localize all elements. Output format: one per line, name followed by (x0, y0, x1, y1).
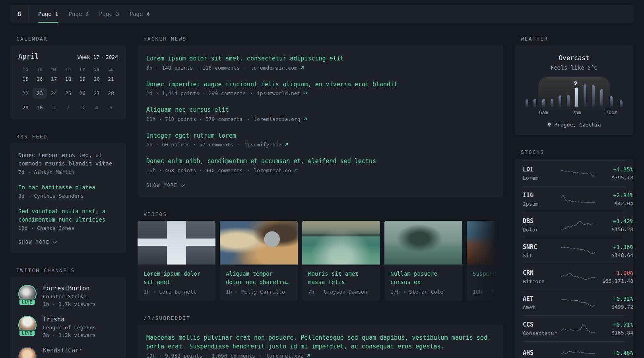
dot-separator: · (259, 353, 262, 358)
channel-game: Counter-Strike (43, 294, 96, 300)
rss-item-title[interactable]: In hac habitasse platea (18, 183, 118, 192)
story-domain-link[interactable]: loremlandia.org (254, 116, 307, 122)
twitch-channel-row[interactable]: LIVE ForrestBurton Counter-Strike 1h · 1… (18, 285, 118, 307)
twitch-widget: TWITCH CHANNELS LIVE ForrestBurton Count… (10, 267, 126, 358)
video-card[interactable]: Nullam posuere cursus ex 17h · Stefan Co… (384, 221, 462, 301)
stock-row[interactable]: AHS +0.46% (523, 341, 625, 358)
stock-sparkline (561, 322, 595, 335)
weather-bars: 6am (523, 76, 625, 116)
post-title[interactable]: Maecenas mollis pulvinar erat non posuer… (146, 333, 495, 351)
calendar-day: 18 (61, 74, 76, 84)
rss-item-meta: 7d · Ashlyn Martin (18, 169, 118, 175)
weather-hour-column (548, 76, 556, 116)
channel-viewers: 1h · 1.7k viewers (43, 301, 96, 307)
story-title[interactable]: Donec enim nibh, condimentum et accumsan… (146, 157, 495, 166)
dot-separator: · (246, 116, 250, 122)
stock-price: $156.28 (595, 226, 633, 232)
calendar-month: April (18, 53, 39, 60)
post-domain-link[interactable]: loremnet.xyz (266, 353, 310, 358)
page-tab[interactable]: Page 1 (38, 5, 58, 23)
stock-change: +1.42% (595, 218, 633, 224)
weather-header: WEATHER (521, 36, 633, 42)
stock-row[interactable]: IIG Ipsum +2.84% $42.04 (523, 186, 625, 212)
temperature-bar (551, 99, 553, 107)
story-domain-link[interactable]: loremdomain.com (250, 65, 304, 71)
video-card[interactable]: Suspendisse diam 18h · Tara (467, 221, 503, 301)
story-title[interactable]: Aliquam nec cursus elit (146, 105, 495, 115)
video-title: Lorem ipsum dolor sit amet consectetu… (144, 270, 209, 286)
calendar-day: 25 (61, 88, 76, 99)
story-domain-link[interactable]: loremtech.co (254, 167, 298, 173)
story-meta: 21h · 710 points · 579 comments · loreml… (146, 116, 495, 122)
day-header: Th (61, 67, 76, 74)
stock-sparkline (561, 347, 595, 358)
video-card[interactable]: Aliquam tempor dolor nec pharetra… 1h · … (220, 221, 298, 301)
twitch-list: LIVE ForrestBurton Counter-Strike 1h · 1… (18, 285, 118, 358)
story-domain-link[interactable]: ipsumify.biz (244, 142, 289, 148)
calendar-day: 29 (18, 102, 33, 113)
stock-name: Lorem (523, 175, 561, 181)
stock-name: Consectetur (523, 330, 561, 336)
stock-price: $148.64 (595, 252, 633, 258)
hackernews-widget: HACKER NEWS Lorem ipsum dolor sit amet, … (138, 36, 503, 197)
channel-name: KendallCarr (43, 347, 82, 354)
video-card[interactable]: Mauris sit amet massa felis 7h · Grayson… (302, 221, 380, 301)
year-label: 2024 (106, 54, 118, 60)
stock-sparkline (561, 296, 595, 309)
stock-row[interactable]: CRN Bitcorn -1.00% $66,171.48 (523, 264, 625, 290)
stock-name: Sit (523, 253, 561, 259)
story-domain-link[interactable]: ipsumworld.net (257, 90, 307, 96)
stock-sparkline (561, 193, 595, 206)
hackernews-show-more-button[interactable]: SHOW MORE (146, 183, 495, 188)
stock-change: +4.35% (595, 166, 633, 173)
temperature-bar (592, 85, 595, 107)
stock-row[interactable]: CCS Consectetur +0.51% $165.84 (523, 315, 625, 341)
dot-separator: · (244, 65, 247, 71)
channel-name: Trisha (43, 316, 96, 323)
stock-price: $499.72 (595, 304, 633, 310)
live-badge: LIVE (19, 330, 35, 337)
video-meta: 1h · Lori Barnett (144, 289, 209, 295)
temperature-bar (559, 95, 561, 107)
stock-name: Ipsum (523, 201, 561, 207)
page-tab[interactable]: Page 3 (99, 5, 119, 23)
hour-label: 6am (539, 110, 548, 116)
video-card[interactable]: Lorem ipsum dolor sit amet consectetu… 1… (138, 221, 215, 301)
stock-row[interactable]: DBS Dolor +1.42% $156.28 (523, 212, 625, 238)
calendar-days: 1516171819202122232425262728293012345 (18, 74, 118, 113)
story-title[interactable]: Integer eget rutrum lorem (146, 131, 495, 140)
rss-item-title[interactable]: Sed volutpat nulla nisl, a condimentum n… (18, 207, 118, 224)
stock-row[interactable]: LDI Lorem +4.35% $795.18 (523, 160, 625, 186)
day-header: Sa (89, 67, 104, 74)
rss-item-title[interactable]: Donec tempor eros leo, ut commodo mauris… (18, 151, 118, 168)
rss-show-more-button[interactable]: SHOW MORE (18, 239, 118, 245)
story-title[interactable]: Donec imperdiet augue tincidunt felis al… (146, 80, 495, 89)
calendar-day: 19 (75, 74, 89, 84)
temperature-bar (575, 88, 578, 107)
stock-name: Dolor (523, 227, 561, 233)
rss-item-meta: 12d · Chance Jones (18, 225, 118, 231)
weather-hour-column: 9° 2pm (572, 76, 581, 116)
rss-widget: RSS FEED Donec tempor eros leo, ut commo… (10, 134, 126, 253)
calendar-header: CALENDAR (16, 36, 126, 42)
twitch-channel-row[interactable]: KendallCarr (18, 347, 118, 358)
video-meta: 17h · Stefan Cole (390, 289, 456, 295)
subreddit-widget: /R/SUBREDDIT Maecenas mollis pulvinar er… (138, 315, 503, 358)
stock-symbol: CCS (523, 321, 561, 328)
hackernews-item: Aliquam nec cursus elit 21h · 710 points… (146, 105, 495, 122)
story-title[interactable]: Lorem ipsum dolor sit amet, consectetur … (146, 54, 495, 63)
calendar-day: 20 (89, 74, 104, 84)
dot-separator: · (250, 90, 253, 96)
left-column: CALENDAR April Week 17·2024 MoTuWeThFrSa… (10, 36, 126, 358)
stock-change: +0.51% (595, 321, 633, 328)
stock-sparkline (561, 218, 595, 232)
stock-row[interactable]: AET Amet +0.92% $499.72 (523, 290, 625, 315)
stock-change: -1.00% (595, 270, 633, 276)
page-tab[interactable]: Page 2 (69, 5, 89, 23)
day-header: Tu (33, 67, 47, 74)
channel-avatar (18, 347, 37, 358)
stock-row[interactable]: SNRC Sit +1.36% $148.64 (523, 238, 625, 264)
twitch-channel-row[interactable]: LIVE Trisha League of Legends 3h · 1.2k … (18, 316, 118, 338)
page-tab[interactable]: Page 4 (130, 5, 150, 23)
calendar-day: 30 (33, 102, 47, 113)
